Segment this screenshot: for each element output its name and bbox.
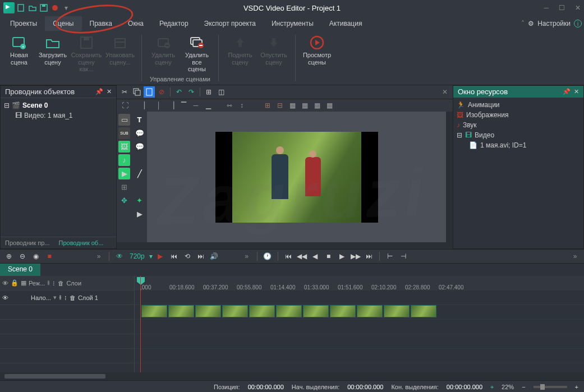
clip-thumb[interactable] — [330, 305, 356, 317]
trash-col-icon[interactable]: 🗑 — [58, 280, 64, 287]
res-animations[interactable]: 🏃Анимации — [457, 100, 580, 110]
eye-icon[interactable]: 👁 — [114, 251, 125, 262]
clip-thumb[interactable] — [357, 305, 383, 317]
clip-thumb[interactable] — [168, 305, 194, 317]
paste-icon[interactable] — [144, 86, 155, 98]
front-icon[interactable]: ▦ — [287, 101, 297, 110]
close-panel-icon[interactable]: ✕ — [107, 88, 112, 95]
tooltip-icon[interactable]: 💬 — [134, 127, 145, 139]
align-right-icon[interactable]: ▕ — [166, 101, 176, 110]
menu-editor[interactable]: Редактор — [151, 16, 196, 31]
tree-scene-node[interactable]: ⊟🎬Scene 0 — [4, 100, 113, 110]
zoom-in-btn[interactable]: + — [575, 384, 578, 390]
align-top-icon[interactable]: ▔ — [178, 101, 188, 110]
resolution-label[interactable]: 720p — [127, 252, 147, 260]
cut-icon[interactable]: ✂ — [119, 86, 130, 98]
expand-icon[interactable]: ⊟ — [457, 131, 462, 139]
menu-projects[interactable]: Проекты — [2, 16, 45, 31]
align-center-icon[interactable]: │ — [154, 101, 164, 110]
lock-col-icon[interactable]: 🔒 — [11, 279, 19, 287]
sprite-icon[interactable]: ⊞ — [118, 181, 130, 193]
timeline-tracks-area[interactable]: ,000 00:18.600 00:37.200 00:55.800 01:14… — [135, 276, 584, 372]
new-scene-button[interactable]: + Новая сцена — [3, 34, 35, 74]
fwd-icon[interactable]: ▦ — [312, 101, 322, 110]
align-left-icon[interactable]: ▏ — [141, 101, 151, 110]
move-icon[interactable]: ✥ — [118, 195, 130, 206]
zoom-slider[interactable] — [534, 386, 567, 388]
free-icon[interactable]: ✦ — [134, 195, 145, 206]
menu-windows[interactable]: Окна — [120, 16, 151, 31]
redo-icon[interactable]: ↷ — [186, 86, 197, 98]
timeline-tab-scene[interactable]: Scene 0 — [0, 264, 40, 276]
step-back-icon[interactable]: ⏮ — [168, 251, 180, 262]
wave2-col-icon[interactable]: ⫶ — [52, 280, 56, 287]
video-icon[interactable]: ▶ — [118, 168, 130, 179]
qat-record-icon[interactable] — [50, 3, 59, 12]
clip-thumb[interactable] — [222, 305, 248, 317]
menu-activation[interactable]: Активация — [321, 16, 370, 31]
align-icon[interactable]: ⊞ — [203, 86, 214, 98]
clock-icon[interactable]: 🕐 — [262, 251, 273, 262]
image-icon[interactable]: 🖼 — [118, 141, 130, 153]
load-scene-button[interactable]: Загрузить сцену — [37, 34, 68, 74]
ffwd-icon[interactable]: ▶▶ — [350, 251, 361, 262]
qat-new-icon[interactable] — [17, 3, 26, 12]
play-red-icon[interactable]: ▶ — [155, 251, 166, 262]
close-doc-icon[interactable]: ✕ — [439, 86, 450, 98]
subtitle-icon[interactable]: SUB — [118, 127, 130, 139]
minimize-button[interactable]: ─ — [544, 4, 549, 12]
info-icon[interactable]: i — [574, 20, 582, 27]
res-images[interactable]: 🖼Изображения — [457, 110, 580, 120]
preview-area[interactable] — [147, 112, 446, 242]
clip-thumb[interactable] — [303, 305, 329, 317]
playhead-line[interactable] — [140, 276, 141, 372]
clip-thumb[interactable] — [249, 305, 275, 317]
maximize-button[interactable]: ☐ — [559, 4, 565, 12]
clip-thumb[interactable] — [411, 305, 436, 317]
tree-video-node[interactable]: 🎞Видео: 1 мая_1 — [15, 110, 113, 121]
track-trash-icon[interactable]: 🗑 — [70, 294, 76, 301]
marker1-icon[interactable]: ⊢ — [384, 251, 396, 262]
marker2-icon[interactable]: ⊣ — [398, 251, 409, 262]
ungroup-icon[interactable]: ⊟ — [275, 101, 285, 110]
clip-thumb[interactable] — [276, 305, 302, 317]
timeline-hscroll[interactable] — [0, 372, 584, 380]
track-eye-icon[interactable]: 👁 — [2, 294, 8, 301]
prev-frame-icon[interactable]: ◀ — [310, 251, 321, 262]
zoom-out-btn[interactable]: − — [522, 384, 525, 390]
menu-edit[interactable]: Правка — [82, 16, 121, 31]
chevrons-icon[interactable]: » — [241, 251, 252, 262]
chevrons-icon[interactable]: » — [93, 251, 104, 262]
dist-v-icon[interactable]: ↕ — [237, 101, 247, 110]
zoom-fit-icon[interactable]: ◉ — [30, 251, 42, 262]
group-icon[interactable]: ⊞ — [263, 101, 273, 110]
line-icon[interactable]: ╱ — [134, 168, 145, 179]
bwd-icon[interactable]: ▦ — [324, 101, 334, 110]
counter-icon[interactable] — [134, 154, 145, 166]
pin-icon[interactable]: 📌 — [563, 88, 571, 95]
workspace-vscroll[interactable] — [446, 112, 453, 242]
stop-icon[interactable]: ■ — [323, 251, 334, 262]
settings-label[interactable]: Настройки — [537, 20, 571, 27]
copy-icon[interactable] — [131, 86, 142, 98]
preview-button[interactable]: Просмотр сцены — [301, 34, 333, 67]
chart-icon[interactable]: 💬 — [134, 141, 145, 153]
step-fwd-icon[interactable]: ⏭ — [195, 251, 206, 262]
text-icon[interactable]: T — [134, 114, 145, 126]
back-icon[interactable]: ▦ — [300, 101, 310, 110]
dist-h-icon[interactable]: ⇿ — [224, 101, 234, 110]
volume-icon[interactable]: 🔊 — [209, 251, 220, 262]
zoom-in-icon[interactable]: ⊕ — [3, 251, 15, 262]
delete-icon[interactable]: ⊘ — [156, 86, 167, 98]
delete-all-button[interactable]: Удалить все сцены — [181, 34, 213, 74]
res-video[interactable]: ⊟🎞Видео — [457, 130, 580, 140]
chevrons-icon[interactable]: » — [569, 251, 581, 262]
loop-icon[interactable]: ⟲ — [182, 251, 193, 262]
audio-icon[interactable]: ♪ — [118, 154, 130, 166]
next-frame-icon[interactable]: ▶ — [337, 251, 348, 262]
qat-save-icon[interactable] — [39, 3, 48, 12]
menu-tools[interactable]: Инструменты — [264, 16, 321, 31]
blend-col-icon[interactable]: ▦ — [21, 279, 26, 287]
track-wave-icon[interactable]: ⫵ — [59, 294, 62, 301]
timeline-ruler[interactable]: ,000 00:18.600 00:37.200 00:55.800 01:14… — [135, 276, 584, 290]
